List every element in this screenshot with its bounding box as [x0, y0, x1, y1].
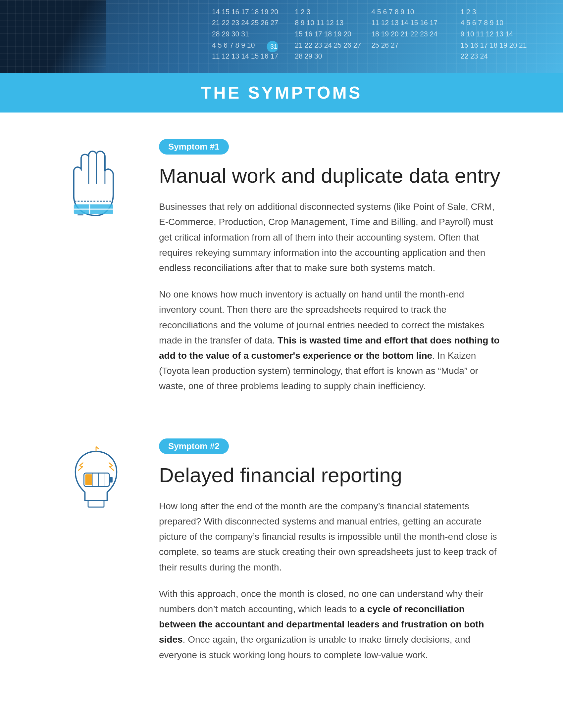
page-title: THE SYMPTOMS — [0, 83, 563, 103]
svg-text:1  2  3: 1 2 3 — [295, 8, 310, 16]
symptom-1-title: Manual work and duplicate data entry — [159, 164, 503, 187]
symptom-2-section: Symptom #2 Delayed financial reporting H… — [60, 438, 503, 674]
brain-icon-wrap — [63, 445, 129, 531]
hand-icon-wrap — [63, 146, 129, 232]
svg-text:21  22  23  24  25  26  27: 21 22 23 24 25 26 27 — [295, 41, 361, 49]
svg-text:15  16  17  18  19  20  21: 15 16 17 18 19 20 21 — [461, 41, 527, 49]
svg-line-35 — [109, 467, 114, 471]
svg-text:15  16  17  18  19  20: 15 16 17 18 19 20 — [295, 30, 352, 38]
symptom-2-title: Delayed financial reporting — [159, 463, 503, 487]
svg-text:21  22  23  24  25  26  27: 21 22 23 24 25 26 27 — [212, 19, 278, 26]
symptom-1-badge: Symptom #1 — [159, 139, 229, 155]
svg-text:4  5  6  7  8  9  10: 4 5 6 7 8 9 10 — [461, 19, 503, 26]
svg-text:4  5  6  7  8  9  10: 4 5 6 7 8 9 10 — [371, 8, 414, 16]
svg-text:8  9  10  11  12  13: 8 9 10 11 12 13 — [295, 19, 344, 26]
hero-image: 14 15 16 17 18 19 20 1 2 3 4 5 6 7 8 9 1… — [0, 0, 563, 73]
symptom-1-section: Symptom #1 Manual work and duplicate dat… — [60, 139, 503, 405]
svg-line-33 — [109, 462, 113, 466]
symptom-2-badge: Symptom #2 — [159, 438, 229, 454]
svg-text:11  12  13  14  15  16  17: 11 12 13 14 15 16 17 — [212, 52, 278, 60]
symptom-2-para-2: With this approach, once the month is cl… — [159, 586, 503, 663]
symptom-2-para-2-after: . Once again, the organization is unable… — [159, 634, 470, 660]
hand-icon — [63, 146, 129, 225]
svg-text:31: 31 — [270, 43, 277, 50]
symptom-2-text-col: Symptom #2 Delayed financial reporting H… — [159, 438, 503, 674]
svg-text:18  19  20  21  22  23  24: 18 19 20 21 22 23 24 — [371, 30, 438, 38]
hero-keyboard-overlay — [0, 0, 106, 73]
title-bar: THE SYMPTOMS — [0, 73, 563, 113]
svg-text:28  29  30  31: 28 29 30 31 — [212, 30, 249, 38]
svg-text:9  10  11  12  13  14: 9 10 11 12 13 14 — [461, 30, 513, 38]
svg-rect-29 — [88, 501, 104, 507]
svg-text:14  15  16  17  18  19  20: 14 15 16 17 18 19 20 — [212, 8, 278, 16]
hero-calendar-overlay: 14 15 16 17 18 19 20 1 2 3 4 5 6 7 8 9 1… — [199, 0, 563, 73]
svg-text:22  23  24: 22 23 24 — [461, 52, 488, 60]
symptom-1-text-col: Symptom #1 Manual work and duplicate dat… — [159, 139, 503, 405]
svg-text:11  12  13  14  15  16  17: 11 12 13 14 15 16 17 — [371, 19, 438, 26]
symptom-2-icon-col — [60, 438, 132, 531]
svg-text:1  2  3: 1 2 3 — [461, 8, 476, 16]
symptom-1-para-2: No one knows how much inventory is actua… — [159, 287, 503, 394]
svg-text:25  26  27: 25 26 27 — [371, 41, 399, 49]
symptom-2-para-1: How long after the end of the month are … — [159, 499, 503, 575]
svg-line-32 — [78, 467, 82, 471]
svg-text:4  5  6  7  8  9  10: 4 5 6 7 8 9 10 — [212, 41, 255, 49]
svg-rect-39 — [109, 477, 113, 482]
svg-line-30 — [79, 462, 83, 466]
symptom-1-icon-col — [60, 139, 132, 232]
calendar-grid-svg: 14 15 16 17 18 19 20 1 2 3 4 5 6 7 8 9 1… — [212, 3, 550, 69]
content-area: Symptom #1 Manual work and duplicate dat… — [0, 113, 563, 728]
brain-battery-icon — [63, 445, 129, 524]
svg-text:28  29  30: 28 29 30 — [295, 52, 322, 60]
symptom-1-para-1: Businesses that rely on additional disco… — [159, 199, 503, 276]
svg-rect-40 — [85, 474, 92, 485]
